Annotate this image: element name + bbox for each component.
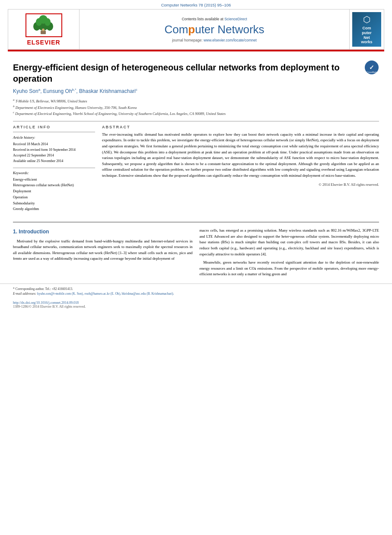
footnote-star: * Corresponding author. Tel.: +82 416601…	[13, 287, 379, 291]
abstract-label: ABSTRACT	[102, 125, 379, 129]
keyword-5: Submodularity	[13, 201, 95, 206]
keyword-2: Heterogeneous cellular network (HetNet)	[13, 182, 95, 188]
body-col-right: macro cells, has emerged as a promising …	[200, 228, 379, 280]
abstract-text: The ever-increasing traffic demand has m…	[102, 132, 379, 179]
journal-header-center: Contents lists available at ScienceDirec…	[80, 10, 349, 49]
doi-link: http://dx.doi.org/10.1016/j.comnet.2014.…	[13, 301, 379, 305]
thumbnail-title: ComputerNetworks	[361, 26, 372, 45]
intro-para-3: Meanwhile, green networks have recently …	[200, 260, 379, 277]
keywords-label: Keywords:	[13, 171, 95, 175]
journal-thumbnail-section: ⬡ ComputerNetworks	[349, 10, 384, 49]
revised-date: Received in revised form 10 September 20…	[13, 147, 95, 153]
keyword-6: Greedy algorithm	[13, 206, 95, 212]
svg-text:CrossMark: CrossMark	[367, 71, 377, 73]
info-divider	[13, 132, 95, 132]
journal-title: Computer Networks	[164, 23, 264, 36]
elsevier-wordmark: ELSEVIER	[27, 39, 60, 46]
crossmark-container: ✓ CrossMark	[364, 60, 379, 76]
article-info-column: ARTICLE INFO Article history: Received 1…	[13, 125, 95, 212]
keywords-divider	[13, 168, 95, 168]
article-info-abstract: ARTICLE INFO Article history: Received 1…	[13, 125, 379, 212]
body-divider	[13, 222, 379, 223]
accepted-date: Accepted 22 September 2014	[13, 153, 95, 159]
journal-thumbnail: ⬡ ComputerNetworks	[352, 12, 381, 47]
issn-line: 1389-1286/© 2014 Elsevier B.V. All right…	[13, 305, 379, 309]
intro-para-1: Motivated by the explosive traffic deman…	[13, 239, 193, 262]
footnote-area: * Corresponding author. Tel.: +82 416601…	[0, 283, 392, 298]
science-direct-link: Contents lists available at ScienceDirec…	[182, 17, 247, 21]
intro-para-2: macro cells, has emerged as a promising …	[200, 228, 379, 257]
affiliations: a T-Mobile US, Bellevue, WA 98006, Unite…	[13, 98, 379, 117]
elsevier-logo-box	[25, 13, 62, 37]
citation-text: Computer Networks 78 (2015) 95–106	[161, 3, 231, 7]
footnote-emails: E-mail addresses: kyuho.son@t-mobile.com…	[13, 291, 379, 296]
journal-header: ELSEVIER Contents lists available at Sci…	[8, 9, 384, 50]
keyword-1: Energy-efficient	[13, 177, 95, 182]
email-label: E-mail addresses:	[13, 292, 36, 296]
paper-content: ✓ CrossMark Energy-efficient design of h…	[0, 51, 392, 217]
elsevier-tree-svg	[26, 14, 61, 36]
network-icon: ⬡	[363, 14, 370, 25]
science-direct-anchor[interactable]: ScienceDirect	[224, 17, 247, 21]
keywords-section: Keywords: Energy-efficient Heterogeneous…	[13, 171, 95, 212]
article-info-label: ARTICLE INFO	[13, 125, 95, 129]
elsevier-logo: ELSEVIER	[25, 13, 62, 46]
elsevier-logo-section: ELSEVIER	[8, 10, 80, 49]
online-date: Available online 25 November 2014	[13, 159, 95, 164]
svg-point-6	[39, 15, 48, 24]
doi-area: http://dx.doi.org/10.1016/j.comnet.2014.…	[0, 298, 392, 310]
abstract-column: ABSTRACT The ever-increasing traffic dem…	[102, 125, 379, 212]
article-history: Article history: Received 18 March 2014 …	[13, 135, 95, 164]
email-links[interactable]: kyuho.son@t-mobile.com (K. Son), esoh@ha…	[37, 292, 174, 296]
svg-point-8	[42, 29, 45, 31]
journal-homepage: journal homepage: www.elsevier.com/locat…	[172, 38, 257, 42]
section1-title: 1. Introduction	[13, 228, 193, 236]
svg-text:✓: ✓	[369, 64, 374, 71]
keyword-3: Deployment	[13, 188, 95, 194]
doi-anchor[interactable]: http://dx.doi.org/10.1016/j.comnet.2014.…	[13, 301, 79, 305]
keyword-4: Operation	[13, 194, 95, 200]
header-divider	[13, 121, 379, 121]
svg-rect-7	[41, 31, 46, 34]
journal-citation: Computer Networks 78 (2015) 95–106	[0, 0, 392, 9]
copyright-line: © 2014 Elsevier B.V. All rights reserved…	[102, 182, 379, 187]
paper-title: Energy-efficient design of heterogeneous…	[13, 62, 379, 84]
body-content: 1. Introduction Motivated by the explosi…	[0, 228, 392, 280]
received-date: Received 18 March 2014	[13, 142, 95, 147]
history-label: Article history:	[13, 135, 95, 141]
body-col-left: 1. Introduction Motivated by the explosi…	[13, 228, 193, 280]
authors-line: Kyuho Sona, Eunsung Ohb,*, Bhaskar Krish…	[13, 88, 379, 94]
crossmark-icon: ✓ CrossMark	[364, 60, 379, 75]
